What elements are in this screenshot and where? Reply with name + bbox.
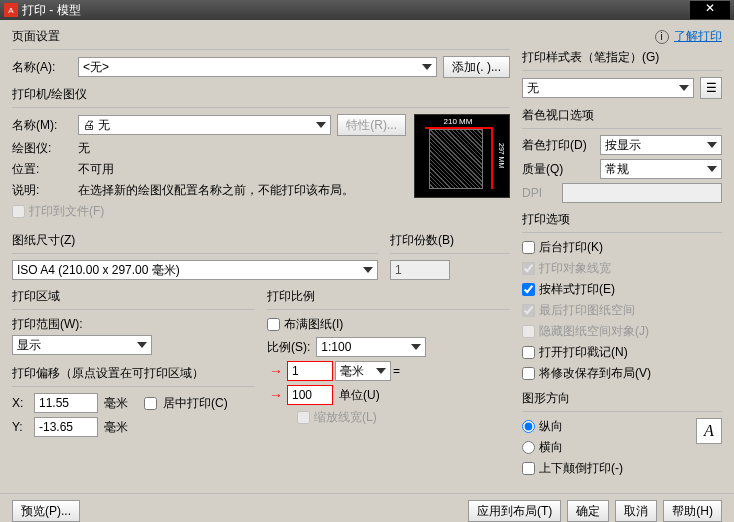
page-setup-heading: 页面设置 [12,28,510,45]
what-label: 打印范围(W): [12,316,255,333]
hide-ps-checkbox [522,325,535,338]
page-name-label: 名称(A): [12,59,72,76]
close-button[interactable]: ✕ [690,1,730,19]
style-edit-button[interactable]: ☰ [700,77,722,99]
style-select[interactable]: 无 [522,78,694,98]
printer-group: 打印机/绘图仪 名称(M): 🖨 无 特性(R)... 绘图仪: 无 位置: [12,86,510,224]
paper-size-group: 图纸尺寸(Z) ISO A4 (210.00 x 297.00 毫米) [12,232,378,280]
quality-label: 质量(Q) [522,161,594,178]
where-label: 位置: [12,161,72,178]
shade-mode-select[interactable]: 按显示 [600,135,722,155]
printer-heading: 打印机/绘图仪 [12,86,510,103]
dpi-input [562,183,722,203]
orient-preview-icon: A [696,418,722,444]
stamp-checkbox[interactable] [522,346,535,359]
quality-select[interactable]: 常规 [600,159,722,179]
plotter-label: 绘图仪: [12,140,72,157]
desc-value: 在选择新的绘图仪配置名称之前，不能打印该布局。 [78,182,406,199]
mm-input[interactable] [287,361,333,381]
style-checkbox[interactable] [522,283,535,296]
orient-group: 图形方向 纵向 横向 上下颠倒打印(-) A [522,390,722,481]
printer-name-label: 名称(M): [12,117,72,134]
preview-button[interactable]: 预览(P)... [12,500,80,522]
copies-heading: 打印份数(B) [390,232,510,249]
apply-button[interactable]: 应用到布局(T) [468,500,561,522]
add-page-button[interactable]: 添加(. )... [443,56,510,78]
options-group: 打印选项 后台打印(K) 打印对象线宽 按样式打印(E) 最后打印图纸空间 隐藏… [522,211,722,382]
help-button[interactable]: 帮助(H) [663,500,722,522]
equals-label: = [393,364,400,378]
x-input[interactable] [34,393,98,413]
orient-heading: 图形方向 [522,390,722,407]
style-heading: 打印样式表（笔指定）(G) [522,49,722,66]
y-unit: 毫米 [104,419,128,436]
mm-unit-select[interactable]: 毫米 [335,361,391,381]
shade-heading: 着色视口选项 [522,107,722,124]
print-area-group: 打印区域 打印范围(W): 显示 打印偏移（原点设置在可打印区域） X: 毫米 … [12,288,255,441]
scale-lw-label: 缩放线宽(L) [314,409,377,426]
unit-label: 单位(U) [339,387,380,404]
y-input[interactable] [34,417,98,437]
window-title: 打印 - 模型 [22,2,690,19]
x-label: X: [12,396,28,410]
center-label: 居中打印(C) [163,395,228,412]
shade-group: 着色视口选项 着色打印(D) 按显示 质量(Q) 常规 DPI [522,107,722,203]
scale-label: 比例(S): [267,339,310,356]
copies-input [390,260,450,280]
upside-checkbox[interactable] [522,462,535,475]
print-to-file-label: 打印到文件(F) [29,203,104,220]
paper-size-select[interactable]: ISO A4 (210.00 x 297.00 毫米) [12,260,378,280]
arrow-icon: → [269,363,283,379]
titlebar: A 打印 - 模型 ✕ [0,0,734,20]
arrow-icon: → [269,387,283,403]
area-heading: 打印区域 [12,288,255,305]
style-group: 打印样式表（笔指定）(G) 无 ☰ [522,49,722,99]
ok-button[interactable]: 确定 [567,500,609,522]
paper-heading: 图纸尺寸(Z) [12,232,378,249]
dpi-label: DPI [522,186,556,200]
bg-checkbox[interactable] [522,241,535,254]
lw-checkbox [522,262,535,275]
paper-preview: 210 MM 297 MM [414,114,510,198]
page-setup-group: 页面设置 名称(A): <无> 添加(. )... [12,28,510,78]
paperspace-checkbox [522,304,535,317]
plotter-value: 无 [78,140,90,157]
print-to-file-checkbox [12,205,25,218]
copies-group: 打印份数(B) [390,232,510,280]
shade-mode-label: 着色打印(D) [522,137,594,154]
learn-link[interactable]: 了解打印 [674,29,722,43]
y-label: Y: [12,420,28,434]
fit-checkbox[interactable] [267,318,280,331]
printer-name-select[interactable]: 🖨 无 [78,115,331,135]
cancel-button[interactable]: 取消 [615,500,657,522]
scale-lw-checkbox [297,411,310,424]
offset-heading: 打印偏移（原点设置在可打印区域） [12,365,255,382]
where-value: 不可用 [78,161,114,178]
footer: 预览(P)... 应用到布局(T) 确定 取消 帮助(H) [0,493,734,522]
what-select[interactable]: 显示 [12,335,152,355]
x-unit: 毫米 [104,395,128,412]
landscape-radio[interactable] [522,441,535,454]
options-heading: 打印选项 [522,211,722,228]
info-icon: i [655,30,669,44]
page-name-select[interactable]: <无> [78,57,437,77]
scale-heading: 打印比例 [267,288,510,305]
printer-props-button[interactable]: 特性(R)... [337,114,406,136]
scale-select[interactable]: 1:100 [316,337,426,357]
savechanges-checkbox[interactable] [522,367,535,380]
portrait-radio[interactable] [522,420,535,433]
desc-label: 说明: [12,182,72,199]
unit-input[interactable] [287,385,333,405]
app-icon: A [4,3,18,17]
scale-group: 打印比例 布满图纸(I) 比例(S): 1:100 → 毫米 = → [267,288,510,441]
center-checkbox[interactable] [144,397,157,410]
fit-label: 布满图纸(I) [284,316,343,333]
